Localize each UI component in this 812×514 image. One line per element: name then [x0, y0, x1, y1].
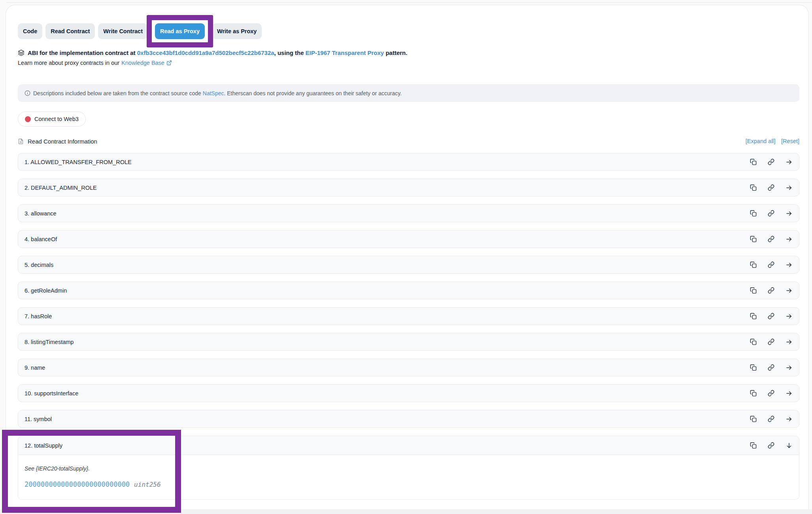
totalsupply-result-panel: See {IERC20-totalSupply}. 20000000000000… [18, 455, 799, 499]
tab-read-as-proxy[interactable]: Read as Proxy [155, 23, 205, 39]
copy-icon[interactable] [750, 210, 757, 217]
eip-1967-pattern-link[interactable]: EIP-1967 Transparent Proxy [306, 49, 384, 56]
function-label: 7. hasRole [25, 313, 52, 319]
totalsupply-value-link[interactable]: 20000000000000000000000000 [25, 480, 130, 488]
function-label: 10. supportsInterface [25, 390, 78, 397]
natspec-link[interactable]: NatSpec [203, 90, 224, 96]
link-icon[interactable] [768, 159, 774, 165]
expand-arrow-icon[interactable] [786, 236, 793, 243]
copy-icon[interactable] [750, 442, 757, 449]
tab-write-as-proxy[interactable]: Write as Proxy [212, 23, 262, 39]
notice-suffix: . Etherscan does not provide any guarant… [224, 90, 402, 96]
link-icon[interactable] [768, 287, 774, 294]
function-label: 2. DEFAULT_ADMIN_ROLE [25, 185, 97, 191]
copy-icon[interactable] [750, 364, 757, 371]
link-icon[interactable] [768, 338, 774, 345]
copy-icon[interactable] [750, 313, 757, 319]
read-contract-section-header: Read Contract Information [Expand all] [… [18, 138, 799, 145]
implementation-address-link[interactable]: 0xfb3cce43bf1d0cdd91a9a7d502becf5c22b673… [137, 49, 274, 56]
abi-note-middle: , using the [274, 49, 306, 56]
connect-to-web3-label: Connect to Web3 [34, 116, 79, 122]
copy-icon[interactable] [750, 338, 757, 345]
document-icon [18, 138, 24, 145]
function-label: 11. symbol [25, 416, 52, 422]
function-row-totalsupply[interactable]: 12. totalSupply [18, 436, 799, 455]
function-label: 5. decimals [25, 262, 53, 268]
read-as-proxy-highlight-box: Read as Proxy [147, 15, 213, 47]
page-top-divider [6, 2, 812, 3]
layers-icon [18, 49, 25, 56]
expand-all-link[interactable]: [Expand all] [746, 138, 776, 144]
collapse-arrow-icon[interactable] [786, 442, 793, 449]
contract-panel: Code Read Contract Write Contract Read a… [6, 5, 809, 509]
copy-icon[interactable] [750, 159, 757, 165]
copy-icon[interactable] [750, 390, 757, 397]
link-icon[interactable] [768, 313, 774, 319]
copy-icon[interactable] [750, 416, 757, 422]
link-icon[interactable] [768, 416, 774, 422]
function-label: 3. allowance [25, 210, 57, 217]
expand-arrow-icon[interactable] [786, 210, 793, 217]
notice-prefix: Descriptions included below are taken fr… [33, 90, 203, 96]
function-row-symbol[interactable]: 11. symbol [18, 410, 799, 428]
copy-icon[interactable] [750, 236, 757, 242]
tab-write-contract[interactable]: Write Contract [98, 23, 148, 39]
function-label: 6. getRoleAdmin [25, 287, 67, 294]
function-label: 9. name [25, 365, 45, 371]
abi-note: ABI for the implementation contract at 0… [18, 49, 799, 56]
copy-icon[interactable] [750, 261, 757, 268]
function-label: 8. listingTimestamp [25, 339, 74, 345]
learn-more-line: Learn more about proxy contracts in our … [18, 60, 799, 66]
function-row-default-admin-role[interactable]: 2. DEFAULT_ADMIN_ROLE [18, 179, 799, 197]
info-icon [25, 90, 30, 96]
expand-arrow-icon[interactable] [786, 338, 793, 346]
function-row-name[interactable]: 9. name [18, 359, 799, 376]
expand-arrow-icon[interactable] [786, 184, 793, 191]
function-label: 1. ALLOWED_TRANSFER_FROM_ROLE [25, 159, 132, 165]
learn-more-text: Learn more about proxy contracts in our [18, 60, 119, 66]
expand-arrow-icon[interactable] [786, 364, 793, 371]
link-icon[interactable] [768, 210, 774, 217]
knowledge-base-link-label: Knowledge Base [121, 60, 164, 66]
abi-note-suffix: pattern. [384, 49, 407, 56]
section-title: Read Contract Information [28, 138, 97, 145]
knowledge-base-link[interactable]: Knowledge Base [121, 60, 172, 66]
expand-arrow-icon[interactable] [786, 261, 793, 268]
expand-arrow-icon[interactable] [786, 313, 793, 320]
expand-arrow-icon[interactable] [786, 287, 793, 294]
link-icon[interactable] [768, 364, 774, 371]
totalsupply-type: uint256 [134, 481, 161, 488]
connect-to-web3-button[interactable]: Connect to Web3 [18, 111, 86, 127]
copy-icon[interactable] [750, 184, 757, 191]
reset-link[interactable]: [Reset] [781, 138, 799, 144]
page-bottom-strip [0, 509, 812, 514]
natspec-notice-banner: Descriptions included below are taken fr… [18, 84, 799, 102]
function-list: 1. ALLOWED_TRANSFER_FROM_ROLE 2. DEFAULT… [18, 153, 799, 500]
contract-tabs: Code Read Contract Write Contract Read a… [18, 23, 799, 39]
function-row-totalsupply-expanded: 12. totalSupply See {IERC20-totalSupply}… [18, 436, 799, 500]
tab-read-contract[interactable]: Read Contract [45, 23, 95, 39]
expand-arrow-icon[interactable] [786, 416, 793, 423]
tab-code[interactable]: Code [18, 23, 42, 39]
function-row-supportsinterface[interactable]: 10. supportsInterface [18, 384, 799, 402]
link-icon[interactable] [768, 442, 774, 449]
connection-status-dot [25, 116, 31, 122]
expand-arrow-icon[interactable] [786, 159, 793, 166]
function-row-decimals[interactable]: 5. decimals [18, 256, 799, 274]
totalsupply-description: See {IERC20-totalSupply}. [25, 465, 793, 472]
abi-note-prefix: ABI for the implementation contract at [28, 49, 137, 56]
function-row-getroleadmin[interactable]: 6. getRoleAdmin [18, 282, 799, 299]
function-row-allowed-transfer-from-role[interactable]: 1. ALLOWED_TRANSFER_FROM_ROLE [18, 153, 799, 171]
copy-icon[interactable] [750, 287, 757, 294]
function-label: 4. balanceOf [25, 236, 57, 242]
function-row-listingtimestamp[interactable]: 8. listingTimestamp [18, 333, 799, 351]
function-row-hasrole[interactable]: 7. hasRole [18, 307, 799, 325]
link-icon[interactable] [768, 236, 774, 242]
link-icon[interactable] [768, 261, 774, 268]
function-row-balanceof[interactable]: 4. balanceOf [18, 230, 799, 248]
function-row-allowance[interactable]: 3. allowance [18, 204, 799, 222]
link-icon[interactable] [768, 390, 774, 397]
external-link-icon [166, 60, 172, 66]
link-icon[interactable] [768, 184, 774, 191]
expand-arrow-icon[interactable] [786, 390, 793, 397]
